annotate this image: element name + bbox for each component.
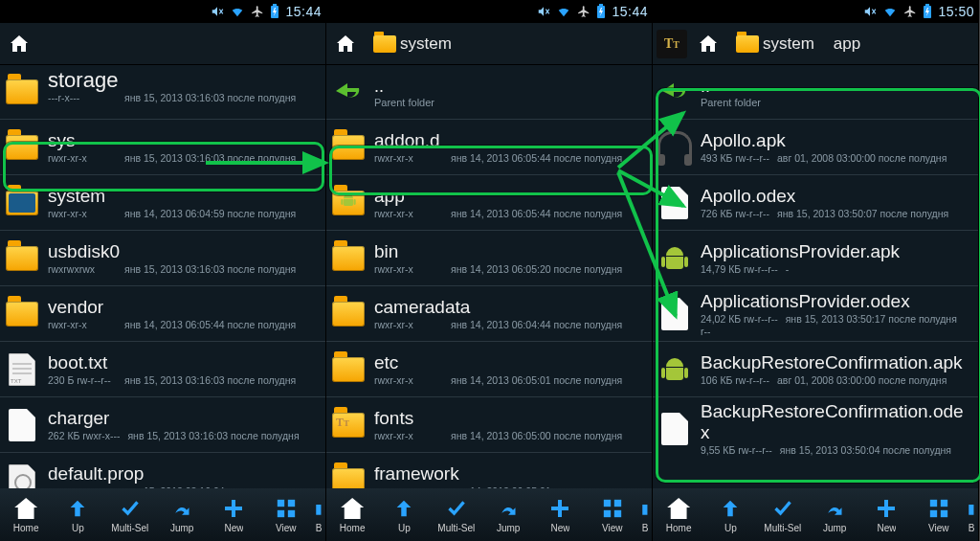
file-row[interactable]: Apollo.odex 726 КБ rw-r--r-- янв 15, 201… — [653, 174, 978, 230]
file-name: Apollo.odex — [701, 186, 972, 207]
file-list[interactable]: .. Parent folder Apollo.apk 493 КБ rw-r-… — [653, 64, 978, 488]
file-row[interactable]: BackupRestoreConfirmation.apk 106 КБ rw-… — [653, 341, 978, 396]
breadcrumb-item[interactable]: system — [367, 31, 458, 57]
row-icon — [4, 462, 40, 489]
file-row[interactable]: framework rwxr-xr-x янв 14, 2013 06:05:0… — [326, 452, 652, 488]
status-bar: 15:50 — [653, 0, 978, 23]
file-date: янв 15, 2013 03:16:03 после полудня — [124, 92, 296, 103]
breadcrumb-home[interactable] — [4, 30, 34, 58]
battery-icon — [923, 4, 932, 19]
toolbar-more[interactable]: ▮B — [965, 496, 978, 533]
pane-paneA: 15:44 storage ---r-x--- янв 15, 2013 03:… — [0, 0, 326, 541]
wifi-icon — [556, 5, 571, 18]
svg-rect-11 — [614, 510, 621, 517]
breadcrumb-home[interactable] — [330, 30, 361, 58]
bottom-toolbar: Home Up Multi-Sel Jump New View ▮B — [653, 488, 978, 541]
toolbar-multisel[interactable]: Multi-Sel — [104, 496, 156, 533]
breadcrumb-item[interactable]: system — [729, 31, 821, 57]
toolbar-up[interactable]: Up — [378, 496, 430, 533]
file-row[interactable]: Apollo.apk 493 КБ rw-r--r-- авг 01, 2008… — [653, 119, 978, 174]
file-perm: rwxr-xr-x — [374, 208, 443, 219]
file-name: ApplicationsProvider.odex — [701, 291, 972, 312]
file-date: янв 14, 2013 06:05:44 после полудня — [451, 152, 622, 164]
parent-folder-row[interactable]: .. Parent folder — [326, 64, 652, 119]
row-icon — [657, 129, 693, 166]
wifi-icon — [230, 5, 245, 18]
file-row[interactable]: etc rwxr-xr-x янв 14, 2013 06:05:01 посл… — [326, 341, 652, 396]
toolbar-jump[interactable]: Jump — [809, 496, 860, 533]
breadcrumb-item[interactable]: app — [827, 31, 867, 57]
file-name: default.prop — [48, 463, 320, 485]
file-date: янв 15, 2013 03:50:04 после полудня — [780, 444, 951, 456]
file-extra: r-- — [701, 326, 711, 337]
toolbar-view[interactable]: View — [913, 496, 965, 533]
bottom-toolbar: Home Up Multi-Sel Jump New View ▮B — [0, 488, 325, 541]
file-date: янв 14, 2013 06:04:59 после полудня — [124, 208, 296, 219]
toolbar-up[interactable]: Up — [52, 496, 103, 533]
svg-rect-17 — [941, 510, 947, 517]
file-row[interactable]: storage ---r-x--- янв 15, 2013 03:16:03 … — [0, 64, 325, 119]
file-row[interactable]: usbdisk0 rwxrwxrwx янв 15, 2013 03:16:03… — [0, 230, 325, 285]
file-row[interactable]: sys rwxr-xr-x янв 15, 2013 03:16:03 посл… — [0, 119, 325, 174]
row-icon — [657, 411, 693, 447]
toolbar-new[interactable]: New — [208, 496, 259, 533]
toolbar-new[interactable]: New — [860, 496, 912, 533]
toolbar-jump[interactable]: Jump — [482, 496, 534, 533]
file-date: авг 01, 2008 03:00:00 после полудня — [777, 152, 947, 164]
file-row[interactable]: ApplicationsProvider.apk 14,79 КБ rw-r--… — [653, 230, 978, 285]
breadcrumb-home2[interactable] — [693, 30, 724, 58]
file-row[interactable]: TXT boot.txt 230 Б rw-r--r-- янв 15, 201… — [0, 341, 325, 396]
row-icon — [4, 129, 40, 166]
row-icon: TT — [330, 407, 367, 443]
toolbar-view[interactable]: View — [260, 496, 312, 533]
breadcrumb-label: system — [763, 34, 814, 54]
file-perm: rwxrwxrwx — [48, 263, 117, 275]
toolbar-jump[interactable]: Jump — [156, 496, 208, 533]
toolbar-more[interactable]: ▮B — [312, 496, 325, 533]
file-row[interactable]: bin rwxr-xr-x янв 14, 2013 06:05:20 посл… — [326, 230, 652, 285]
file-row[interactable]: ApplicationsProvider.odex 24,02 КБ rw-r-… — [653, 285, 978, 341]
row-icon — [330, 462, 367, 489]
file-row[interactable]: vendor rwxr-xr-x янв 14, 2013 06:05:44 п… — [0, 285, 325, 341]
svg-rect-5 — [288, 510, 295, 517]
svg-rect-15 — [941, 500, 947, 507]
toolbar-home[interactable]: Home — [0, 496, 52, 533]
toolbar-home[interactable]: Home — [326, 496, 378, 533]
file-date: янв 14, 2013 06:05:20 после полудня — [451, 263, 622, 275]
file-list[interactable]: storage ---r-x--- янв 15, 2013 03:16:03 … — [0, 64, 325, 488]
row-icon — [657, 185, 693, 221]
file-name: fonts — [374, 408, 646, 429]
file-row[interactable]: TT fonts rwxr-xr-x янв 14, 2013 06:05:00… — [326, 396, 652, 452]
svg-rect-9 — [614, 500, 621, 507]
file-list[interactable]: .. Parent folder addon.d rwxr-xr-x янв 1… — [326, 64, 652, 488]
file-row[interactable]: charger 262 КБ rwxr-x--- янв 15, 2013 03… — [0, 396, 325, 452]
row-icon: TXT — [4, 351, 40, 388]
toolbar-view[interactable]: View — [587, 496, 638, 533]
file-date: - — [786, 263, 790, 275]
row-icon — [4, 74, 40, 110]
file-row[interactable]: addon.d rwxr-xr-x янв 14, 2013 06:05:44 … — [326, 119, 652, 174]
file-perm: 726 КБ rw-r--r-- — [701, 208, 769, 219]
toolbar-more[interactable]: ▮B — [638, 496, 652, 533]
toolbar-up[interactable]: Up — [704, 496, 756, 533]
row-icon — [330, 129, 367, 166]
file-row[interactable]: BackupRestoreConfirmation.odex 9,55 КБ r… — [653, 396, 978, 460]
file-row[interactable]: system rwxr-xr-x янв 14, 2013 06:04:59 п… — [0, 174, 325, 230]
file-date: янв 14, 2013 06:05:01 после полудня — [451, 374, 622, 386]
parent-folder-row[interactable]: .. Parent folder — [653, 64, 978, 119]
back-arrow-icon — [657, 74, 693, 110]
file-row[interactable]: cameradata rwxr-xr-x янв 14, 2013 06:04:… — [326, 285, 652, 341]
file-date: янв 14, 2013 06:04:44 после полудня — [451, 319, 622, 330]
toolbar-new[interactable]: New — [534, 496, 586, 533]
toolbar-home[interactable]: Home — [653, 496, 704, 533]
svg-rect-1 — [273, 4, 277, 6]
toolbar-multisel[interactable]: Multi-Sel — [431, 496, 482, 533]
file-perm: ---r-x--- — [48, 92, 117, 103]
toolbar-multisel[interactable]: Multi-Sel — [757, 496, 809, 533]
svg-rect-13 — [925, 4, 929, 6]
parent-dots: .. — [374, 76, 646, 97]
file-row[interactable]: default.prop rw-r--r-- янв 15, 2013 03:1… — [0, 452, 325, 488]
file-row[interactable]: app rwxr-xr-x янв 14, 2013 06:05:44 посл… — [326, 174, 652, 230]
file-date: янв 15, 2013 03:50:17 после полудня — [786, 313, 957, 325]
file-perm: 230 Б rw-r--r-- — [48, 374, 117, 386]
